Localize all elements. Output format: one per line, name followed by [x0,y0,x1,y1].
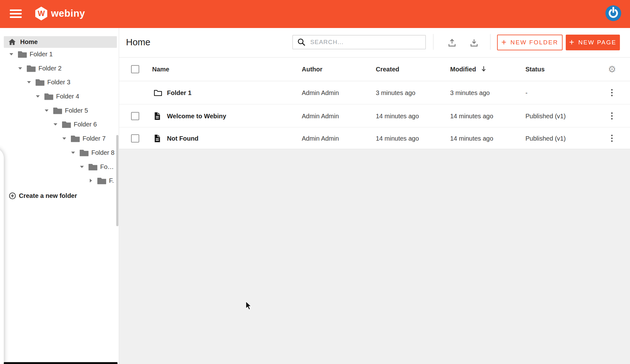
column-header-modified[interactable]: Modified [450,66,486,73]
tree-item-folder-9[interactable]: Fo… [80,161,114,172]
tree-item-folder-10[interactable]: F. [89,175,114,186]
row-name[interactable]: Welcome to Webiny [167,112,226,120]
tree-item-label: Folder 8 [91,149,114,156]
page-document-icon [154,112,161,120]
sidebar-bottom-strip [4,362,117,364]
new-page-button[interactable]: + NEW PAGE [566,35,620,50]
modified-header-label: Modified [450,66,476,73]
toolbar-divider [490,34,490,50]
import-button[interactable] [447,38,457,48]
folder-icon [62,120,71,128]
row-actions-kebab-icon[interactable] [608,112,615,120]
logo-wordmark: webiny [51,8,85,19]
tree-item-folder-4[interactable]: Folder 4 [36,91,79,102]
row-modified: 14 minutes ago [450,112,493,120]
row-checkbox[interactable] [131,112,139,120]
chevron-down-icon[interactable] [9,53,13,55]
column-header-author[interactable]: Author [302,66,323,73]
page-document-icon [154,134,161,143]
sidebar-home-label: Home [20,38,38,46]
table-row-not-found[interactable]: Not Found Admin Admin 14 minutes ago 14 … [119,127,630,149]
gravatar-power-icon [605,5,621,21]
sort-desc-arrow-icon [481,66,486,72]
new-page-button-label: NEW PAGE [578,39,616,46]
folder-icon [18,50,27,58]
column-header-name[interactable]: Name [152,66,169,73]
tree-item-label: F. [109,177,114,184]
new-folder-button-label: NEW FOLDER [511,39,558,46]
row-actions-kebab-icon[interactable] [608,134,615,143]
logo-initial: W [38,9,45,18]
folder-tree-sidebar: Home Folder 1 Folder 2 Folder 3 Folder 4… [0,28,119,364]
sidebar-item-home[interactable]: Home [4,36,117,48]
hamburger-menu-icon[interactable] [10,9,22,18]
folder-icon [26,64,36,72]
webiny-logo[interactable]: W webiny [35,7,85,20]
row-name[interactable]: Folder 1 [167,89,192,96]
column-header-created[interactable]: Created [376,66,399,73]
tree-item-folder-1[interactable]: Folder 1 [9,48,53,60]
tree-item-folder-6[interactable]: Folder 6 [54,119,97,130]
chevron-down-icon[interactable] [27,81,31,83]
tree-item-folder-5[interactable]: Folder 5 [45,105,88,116]
upload-icon [447,38,457,48]
plus-icon: + [569,37,574,47]
row-modified: 14 minutes ago [450,135,493,142]
folder-icon [97,177,106,185]
chevron-down-icon[interactable] [36,95,40,98]
chevron-down-icon[interactable] [62,137,66,140]
create-new-folder-button[interactable]: Create a new folder [9,190,77,201]
tree-item-label: Fo… [100,163,114,171]
export-button[interactable] [469,38,479,48]
folder-icon [88,163,98,171]
row-created: 14 minutes ago [376,112,419,120]
folder-icon [53,107,62,115]
chevron-down-icon[interactable] [71,152,75,154]
row-status: - [525,89,528,96]
select-all-checkbox[interactable] [131,65,139,73]
search-input[interactable] [310,38,425,46]
tree-item-label: Folder 4 [56,93,79,100]
folder-outline-icon [154,89,162,96]
column-header-status[interactable]: Status [525,66,545,73]
tree-item-folder-7[interactable]: Folder 7 [62,133,106,144]
drawer-edge-shadow [0,148,4,364]
download-icon [469,38,479,48]
tree-item-label: Folder 3 [47,79,70,86]
tree-item-folder-2[interactable]: Folder 2 [18,63,61,74]
tree-item-label: Folder 5 [65,107,88,114]
row-author: Admin Admin [302,89,339,96]
chevron-down-icon[interactable] [18,67,22,70]
table-settings-gear-icon[interactable]: ⚙ [608,65,616,74]
row-created: 3 minutes ago [376,89,415,96]
webiny-app: W webiny Home Folder 1 [0,0,630,364]
chevron-down-icon[interactable] [80,166,84,168]
chevron-right-icon[interactable] [89,179,93,182]
tree-item-folder-8[interactable]: Folder 8 [71,147,114,158]
page-title: Home [126,37,150,48]
row-modified: 3 minutes ago [450,89,490,96]
row-actions-kebab-icon[interactable] [608,89,615,97]
row-name[interactable]: Not Found [167,135,198,142]
plus-icon: + [501,37,507,47]
table-row-welcome-to-webiny[interactable]: Welcome to Webiny Admin Admin 14 minutes… [119,104,630,127]
sidebar-scrollbar[interactable] [116,135,118,226]
row-status: Published (v1) [525,135,566,142]
search-icon [297,38,306,47]
new-folder-button[interactable]: + NEW FOLDER [497,35,563,50]
webiny-hexagon-icon: W [35,7,47,20]
user-avatar[interactable] [605,5,621,21]
chevron-down-icon[interactable] [45,109,49,112]
search-box [292,35,426,49]
row-checkbox[interactable] [131,134,139,143]
chevron-down-icon[interactable] [54,123,57,126]
folder-icon [44,92,54,100]
tree-item-label: Folder 7 [83,135,106,142]
tree-item-folder-3[interactable]: Folder 3 [27,76,70,88]
table-row-folder-1[interactable]: Folder 1 Admin Admin 3 minutes ago 3 min… [119,81,630,104]
tree-item-label: Folder 2 [38,65,61,72]
folder-icon [35,78,45,86]
home-icon [8,38,16,46]
row-status: Published (v1) [525,112,566,120]
tree-item-label: Folder 6 [74,121,97,128]
